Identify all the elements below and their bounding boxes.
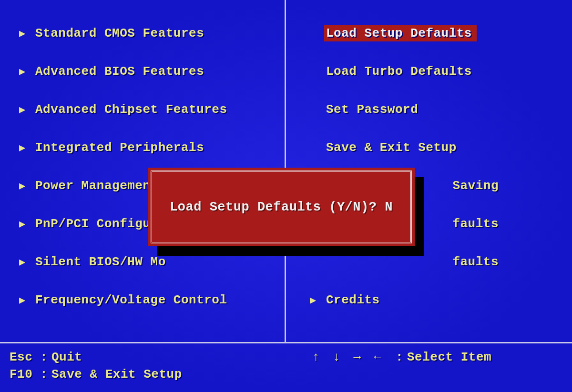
menu-load-turbo-defaults[interactable]: Load Turbo Defaults: [310, 52, 553, 90]
bios-setup-screen: ▶Standard CMOS Features▶Advanced BIOS Fe…: [0, 0, 572, 392]
menu-item-label: Advanced BIOS Features: [33, 63, 206, 80]
menu-set-password[interactable]: Set Password: [310, 90, 553, 129]
submenu-arrow-icon: ▶: [19, 27, 33, 40]
submenu-arrow-icon: ▶: [19, 294, 33, 307]
submenu-arrow-icon: ▶: [19, 256, 33, 269]
footer-left: Esc:Quit F10:Save & Exit Setup: [10, 350, 310, 384]
dialog-prompt: Load Setup Defaults (Y/N)? N: [170, 200, 393, 214]
menu-item-label: Load Setup Defaults: [324, 25, 477, 41]
menu-item-label: Standard CMOS Features: [33, 25, 206, 41]
arrow-keys-icon: ↑ ↓ → ←: [312, 350, 396, 364]
submenu-arrow-icon: ▶: [19, 141, 33, 154]
submenu-arrow-icon: ▶: [19, 103, 33, 116]
menu-item-label: faults: [450, 216, 500, 232]
menu-frequency-voltage-control[interactable]: ▶Frequency/Voltage Control: [19, 281, 280, 319]
hint-arrow-keys-select-item: ↑ ↓ → ←:Select Item: [312, 350, 562, 364]
menu-item-label: Integrated Peripherals: [33, 140, 206, 156]
footer-hints: Esc:Quit F10:Save & Exit Setup ↑ ↓ → ←:S…: [0, 343, 572, 392]
menu-load-setup-defaults[interactable]: Load Setup Defaults: [310, 14, 553, 52]
menu-item-label: Power Management: [33, 178, 160, 194]
menu-item-label: Set Password: [324, 101, 420, 118]
menu-item-label: Frequency/Voltage Control: [33, 292, 229, 308]
submenu-arrow-icon: ▶: [19, 218, 33, 231]
load-setup-defaults-dialog[interactable]: Load Setup Defaults (Y/N)? N: [148, 168, 415, 246]
submenu-arrow-icon: ▶: [19, 65, 33, 78]
menu-standard-cmos-features[interactable]: ▶Standard CMOS Features: [19, 14, 280, 52]
menu-integrated-peripherals[interactable]: ▶Integrated Peripherals: [19, 129, 280, 167]
hint-esc-quit: Esc:Quit: [10, 350, 310, 364]
hint-f10-save-exit: F10:Save & Exit Setup: [10, 367, 310, 382]
menu-item-label: Credits: [324, 292, 382, 308]
dialog-border: Load Setup Defaults (Y/N)? N: [151, 171, 412, 243]
dialog-input-value[interactable]: N: [385, 200, 393, 214]
footer-right: ↑ ↓ → ←:Select Item: [310, 350, 562, 384]
menu-item-label: faults: [450, 254, 500, 270]
menu-item-label: Silent BIOS/HW Mo: [33, 254, 168, 270]
submenu-arrow-icon: ▶: [19, 180, 33, 192]
menu-area: ▶Standard CMOS Features▶Advanced BIOS Fe…: [0, 0, 572, 342]
menu-item-label: Saving: [450, 178, 500, 194]
submenu-arrow-icon: ▶: [310, 294, 324, 307]
menu-item-label: Save & Exit Setup: [324, 140, 459, 156]
menu-item-label: Advanced Chipset Features: [33, 101, 229, 118]
menu-advanced-chipset-features[interactable]: ▶Advanced Chipset Features: [19, 90, 280, 129]
menu-advanced-bios-features[interactable]: ▶Advanced BIOS Features: [19, 52, 280, 90]
menu-save-and-exit-setup[interactable]: Save & Exit Setup: [310, 129, 553, 167]
menu-item-label: Load Turbo Defaults: [324, 63, 474, 80]
menu-credits[interactable]: ▶Credits: [310, 281, 553, 319]
